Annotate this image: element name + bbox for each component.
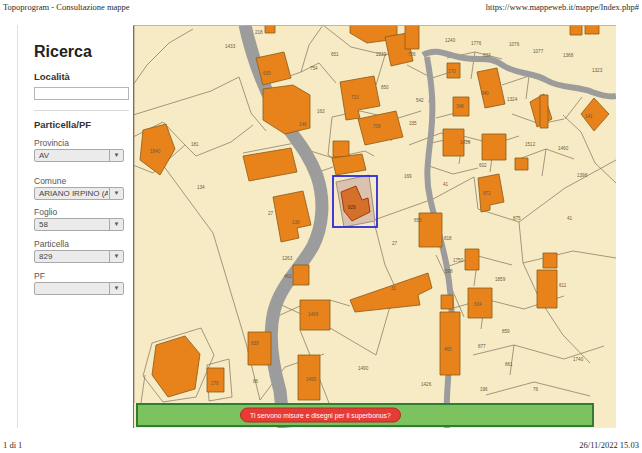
parcel-label: 1776	[471, 41, 482, 46]
parcel-label: 1077	[533, 49, 544, 54]
chevron-down-icon[interactable]: ▼	[109, 283, 123, 294]
localita-input[interactable]	[34, 87, 129, 100]
parcel-label: 1323	[592, 68, 603, 73]
parcel-label: 1426	[421, 382, 432, 387]
parcel-label: 31	[391, 286, 397, 291]
localita-label: Località	[34, 71, 70, 82]
building-shape[interactable]	[293, 265, 309, 285]
promo-banner: Ti servono misure e disegni per il super…	[136, 403, 594, 427]
chevron-down-icon[interactable]: ▼	[109, 150, 123, 161]
parcel-label: 1512	[525, 142, 536, 147]
parcel-label: 611	[559, 283, 567, 288]
parcel-label: 1368	[563, 53, 574, 58]
parcel-label: 708	[373, 124, 381, 129]
parcel-label: 465	[444, 347, 452, 352]
search-sidebar: Ricerca Località Particella/PF Provincia…	[17, 25, 134, 428]
building-shape[interactable]	[248, 332, 271, 365]
parcel-label: 655	[414, 218, 422, 223]
particella-label: Particella	[34, 239, 69, 249]
building-shape[interactable]	[440, 312, 460, 375]
parcel-label: 639	[263, 71, 271, 76]
building-shape[interactable]	[441, 295, 453, 309]
parcel-label: 27	[392, 241, 398, 246]
foglio-label: Foglio	[34, 207, 57, 217]
parcel-label: 634	[474, 302, 482, 307]
parcel-label: 41	[567, 216, 573, 221]
parcel-label: 141	[585, 114, 593, 119]
selected-parcel-label: 829	[348, 205, 356, 210]
parcel-label: 218	[255, 30, 263, 35]
parcel-label: 2239	[376, 52, 387, 57]
building-shape[interactable]	[543, 253, 557, 268]
building-shape[interactable]	[419, 213, 442, 247]
parcel-label: 651	[331, 52, 339, 57]
building-shape[interactable]	[540, 95, 548, 128]
parcel-label: 1398	[577, 173, 588, 178]
parcel-label: 861	[505, 362, 513, 367]
parcel-label: 1490	[358, 366, 369, 371]
pf-label: PF	[34, 271, 45, 281]
parcel-label: 875	[513, 216, 521, 221]
provincia-label: Provincia	[34, 138, 69, 148]
sidebar-title: Ricerca	[34, 43, 92, 61]
chevron-down-icon[interactable]: ▼	[109, 188, 123, 199]
parcel-label: 146	[299, 122, 307, 127]
particella-select[interactable]: 829 ▼	[34, 250, 124, 263]
parcel-label: 602	[479, 163, 487, 168]
map-area[interactable]: 1433218639184018113475465122397267238505…	[133, 25, 616, 428]
building-shape[interactable]	[465, 249, 479, 270]
building-shape[interactable]	[585, 25, 599, 34]
parcel-label: 163	[317, 109, 325, 114]
building-shape[interactable]	[333, 141, 349, 157]
building-shape[interactable]	[207, 368, 224, 392]
print-footer-datetime: 26/11/2022 15.03	[579, 440, 639, 450]
particella-value: 829	[35, 251, 108, 262]
parcel-label: 1495	[306, 377, 317, 382]
parcel-label: 839	[251, 341, 259, 346]
parcel-label: 335	[409, 121, 417, 126]
parcel-label: 1840	[150, 149, 161, 154]
parcel-label: 138	[292, 220, 300, 225]
parcel-label: 859	[502, 329, 510, 334]
building-shape[interactable]	[537, 270, 557, 308]
parcel-label: 818	[444, 236, 452, 241]
parcel-label: 41	[443, 182, 449, 187]
parcel-label: 1466	[308, 312, 319, 317]
parcel-label: 1324	[507, 97, 518, 102]
particella-section-title: Particella/PF	[34, 119, 91, 130]
print-header-title: Topoprogram - Consultazione mappe	[3, 2, 130, 12]
parcel-label: 542	[416, 98, 424, 103]
chevron-down-icon[interactable]: ▼	[109, 251, 123, 262]
provincia-value: AV	[35, 150, 108, 161]
comune-label: Comune	[34, 176, 66, 186]
superbonus-button[interactable]: Ti servono misure e disegni per il super…	[240, 408, 401, 423]
parcel-label: 278	[211, 381, 219, 386]
parcel-label: 1750	[453, 258, 464, 263]
building-shape[interactable]	[482, 134, 506, 160]
building-shape[interactable]	[265, 25, 275, 33]
cadastral-map-svg[interactable]: 1433218639184018113475465122397267238505…	[133, 25, 616, 428]
building-shape[interactable]	[405, 25, 419, 49]
parcel-label: 169	[404, 174, 412, 179]
parcel-label: 196	[480, 387, 488, 392]
parcel-label: 1076	[509, 42, 520, 47]
parcel-label: 134	[197, 185, 205, 190]
parcel-label: 850	[381, 85, 389, 90]
parcel-label: 940	[481, 91, 489, 96]
print-footer-page: 1 di 1	[3, 440, 22, 450]
provincia-select[interactable]: AV ▼	[34, 149, 124, 162]
comune-select[interactable]: ARIANO IRPINO (A399 ▼	[34, 187, 124, 200]
parcel-label: 1263	[282, 256, 293, 261]
parcel-label: 598	[445, 269, 453, 274]
building-shape[interactable]	[515, 158, 528, 170]
parcel-label: 726	[408, 52, 416, 57]
foglio-select[interactable]: 58 ▼	[34, 218, 124, 231]
parcel-label: 27	[268, 211, 274, 216]
chevron-down-icon[interactable]: ▼	[109, 219, 123, 230]
parcel-label: 348	[456, 104, 464, 109]
parcel-label: 1439	[460, 140, 471, 145]
pf-select[interactable]: ▼	[34, 282, 124, 295]
building-shape[interactable]	[570, 25, 582, 35]
parcel-label: 1740	[573, 357, 584, 362]
parcel-label: 170	[448, 69, 456, 74]
